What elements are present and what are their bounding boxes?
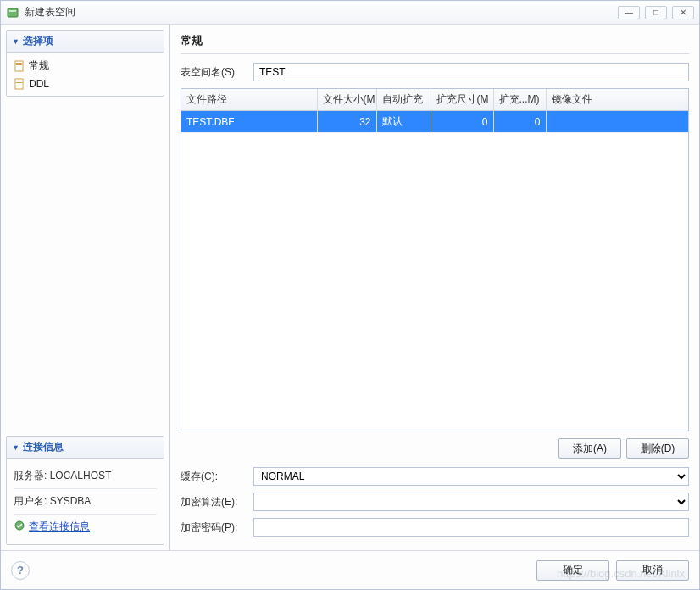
window-title: 新建表空间 [25, 5, 618, 19]
cell-size: 32 [317, 111, 376, 133]
connection-panel-header: ▼ 连接信息 [7, 437, 164, 459]
col-extmax[interactable]: 扩充...M) [493, 89, 546, 111]
app-icon [6, 6, 19, 19]
svg-rect-4 [16, 64, 22, 65]
svg-rect-1 [9, 10, 16, 12]
col-mirror[interactable]: 镜像文件 [546, 89, 688, 111]
cancel-button[interactable]: 取消 [616, 560, 689, 581]
server-label: 服务器: [14, 470, 47, 481]
col-extsize[interactable]: 扩充尺寸(M [431, 89, 493, 111]
encrypt-pwd-label: 加密密码(P): [181, 520, 247, 535]
minimize-button[interactable]: — [618, 6, 640, 19]
link-icon [14, 520, 25, 534]
maximize-button[interactable]: □ [645, 6, 667, 19]
table-row[interactable]: TEST.DBF 32 默认 0 0 [181, 111, 688, 133]
col-size[interactable]: 文件大小(M [317, 89, 376, 111]
svg-rect-0 [8, 8, 18, 17]
options-header-label: 选择项 [23, 34, 53, 48]
cell-path: TEST.DBF [181, 111, 317, 133]
user-value: SYSDBA [50, 495, 92, 507]
cell-mirror [546, 111, 688, 133]
user-label: 用户名: [14, 495, 47, 507]
cache-select[interactable]: NORMAL [253, 467, 689, 486]
help-button[interactable]: ? [11, 561, 30, 580]
tablespace-name-label: 表空间名(S): [181, 65, 247, 80]
svg-rect-7 [16, 82, 22, 83]
tablespace-name-input[interactable] [253, 63, 689, 81]
svg-rect-2 [15, 61, 23, 71]
connection-header-label: 连接信息 [23, 440, 64, 454]
page-icon [14, 60, 25, 72]
page-icon [14, 78, 25, 90]
collapse-icon: ▼ [12, 37, 19, 46]
col-path[interactable]: 文件路径 [181, 89, 317, 111]
view-connection-label: 查看连接信息 [29, 520, 90, 534]
cell-auto: 默认 [376, 111, 431, 133]
page-title: 常规 [181, 33, 689, 54]
user-row: 用户名: SYSDBA [14, 489, 157, 515]
titlebar: 新建表空间 — □ ✕ [1, 1, 699, 25]
sidebar-item-general[interactable]: 常规 [10, 56, 160, 75]
table-empty-area [181, 133, 688, 431]
svg-rect-3 [16, 63, 22, 64]
server-value: LOCALHOST [50, 470, 112, 481]
cache-label: 缓存(C): [181, 470, 247, 484]
add-button[interactable]: 添加(A) [558, 438, 621, 459]
datafile-table[interactable]: 文件路径 文件大小(M 自动扩充 扩充尺寸(M 扩充...M) 镜像文件 TES… [181, 88, 689, 431]
sidebar-item-label: 常规 [29, 58, 49, 73]
sidebar-item-ddl[interactable]: DDL [10, 75, 160, 92]
close-button[interactable]: ✕ [672, 6, 694, 19]
encrypt-pwd-input[interactable] [253, 518, 689, 537]
options-panel-header: ▼ 选择项 [7, 31, 164, 53]
svg-rect-6 [16, 81, 22, 81]
delete-button[interactable]: 删除(D) [626, 438, 689, 459]
view-connection-link[interactable]: 查看连接信息 [14, 520, 90, 534]
ok-button[interactable]: 确定 [536, 560, 609, 581]
encrypt-algo-label: 加密算法(E): [181, 495, 247, 509]
collapse-icon: ▼ [12, 443, 19, 452]
col-auto[interactable]: 自动扩充 [376, 89, 431, 111]
cell-extmax: 0 [493, 111, 546, 133]
sidebar-item-label: DDL [29, 78, 49, 90]
server-row: 服务器: LOCALHOST [14, 464, 157, 489]
encrypt-algo-select[interactable] [253, 493, 689, 511]
svg-rect-5 [15, 79, 23, 89]
cell-extsize: 0 [431, 111, 493, 133]
